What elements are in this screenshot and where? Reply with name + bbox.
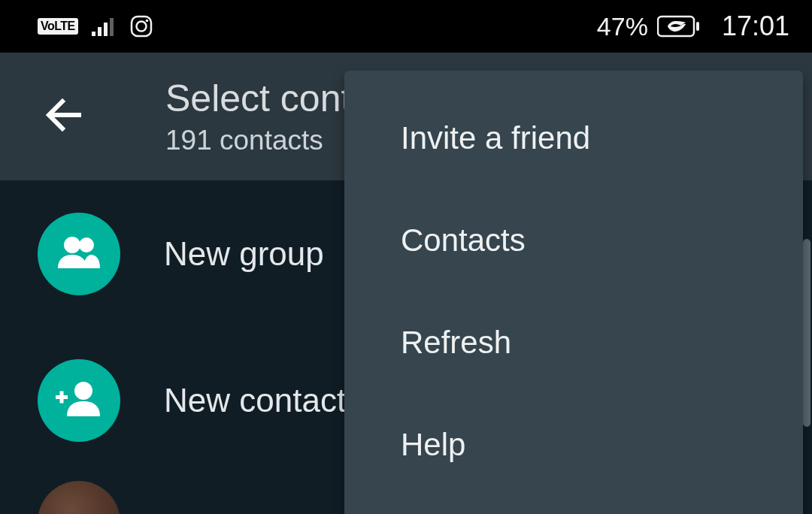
back-arrow-icon	[41, 92, 86, 141]
status-bar: VoLTE 47% 17:01	[0, 0, 812, 53]
svg-rect-7	[658, 17, 694, 36]
svg-rect-2	[104, 23, 108, 36]
battery-percentage: 47%	[597, 12, 648, 41]
scrollbar[interactable]	[803, 239, 810, 427]
back-button[interactable]	[38, 90, 90, 143]
clock-time: 17:01	[722, 11, 789, 42]
status-left: VoLTE	[38, 14, 153, 38]
add-person-icon	[52, 379, 106, 422]
menu-item-contacts[interactable]: Contacts	[344, 189, 803, 292]
menu-item-invite[interactable]: Invite a friend	[344, 87, 803, 189]
menu-item-help[interactable]: Help	[344, 394, 803, 496]
svg-point-9	[64, 237, 80, 253]
contact-avatar	[38, 481, 120, 514]
signal-icon	[92, 17, 116, 36]
instagram-icon	[129, 14, 153, 38]
menu-item-refresh[interactable]: Refresh	[344, 292, 803, 394]
overflow-menu: Invite a friend Contacts Refresh Help	[344, 71, 803, 514]
group-icon	[55, 234, 103, 274]
status-right: 47% 17:01	[597, 11, 789, 42]
new-group-avatar	[38, 213, 120, 295]
svg-point-6	[145, 20, 148, 23]
new-contact-avatar	[38, 359, 120, 442]
svg-rect-1	[98, 27, 102, 36]
new-group-label: New group	[164, 235, 324, 273]
svg-rect-0	[92, 32, 95, 36]
svg-rect-13	[60, 391, 64, 403]
battery-icon	[657, 15, 702, 38]
svg-point-10	[79, 237, 94, 252]
volte-badge: VoLTE	[38, 18, 78, 35]
svg-point-11	[74, 382, 92, 400]
svg-rect-8	[696, 22, 699, 31]
svg-point-5	[136, 22, 146, 32]
new-contact-label: New contact	[164, 382, 346, 419]
svg-rect-3	[110, 18, 114, 36]
svg-rect-4	[132, 17, 151, 36]
